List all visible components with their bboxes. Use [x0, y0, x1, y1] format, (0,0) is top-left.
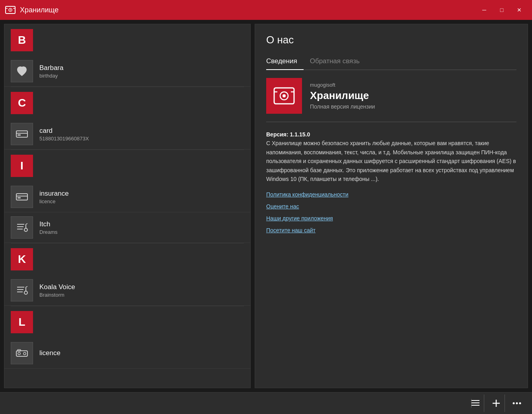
more-button[interactable]	[508, 395, 526, 412]
app-info-block: mugogisoft Хранилище Полная версия лицен…	[266, 78, 516, 122]
list-item-koala[interactable]: Koala Voice Brainstorm	[4, 275, 250, 306]
app-description: Версия: 1.1.15.0 С Хранилище можно безоп…	[266, 130, 516, 183]
letter-b-badge: B	[11, 29, 33, 51]
title-bar: Хранилище ─ □ ✕	[0, 0, 532, 20]
app-metadata: mugogisoft Хранилище Полная версия лицен…	[310, 78, 375, 114]
letter-i-badge: I	[11, 155, 33, 177]
minimize-button[interactable]: ─	[476, 4, 492, 16]
barbara-text: Barbara birthday	[39, 64, 63, 79]
card-icon	[11, 123, 33, 145]
list-view-button[interactable]	[467, 395, 484, 412]
svg-point-25	[23, 352, 26, 355]
add-button[interactable]	[487, 395, 505, 412]
app-logo	[266, 78, 302, 114]
add-icon	[492, 399, 501, 408]
list-item-barbara[interactable]: Barbara birthday	[4, 56, 250, 87]
insurance-title: insurance	[39, 190, 69, 198]
app-version: Версия: 1.1.15.0	[266, 131, 310, 138]
section-c: C	[4, 87, 250, 119]
maximize-button[interactable]: □	[494, 4, 510, 16]
licence-title: licence	[39, 349, 60, 357]
svg-point-20	[24, 291, 27, 294]
tabs-container: Сведения Обратная связь	[266, 54, 516, 70]
svg-rect-10	[18, 197, 21, 198]
list-item-insurance[interactable]: insurance licence	[4, 182, 250, 212]
svg-rect-5	[16, 131, 27, 137]
svg-point-38	[513, 402, 515, 404]
svg-rect-8	[16, 194, 27, 200]
app-icon	[5, 4, 16, 16]
section-k: K	[4, 243, 250, 275]
letter-k-badge: K	[11, 248, 33, 270]
svg-line-16	[26, 224, 27, 224]
app-name: Хранилище	[310, 89, 375, 102]
insurance-text: insurance licence	[39, 190, 69, 204]
koala-text: Koala Voice Brainstorm	[39, 283, 75, 298]
itch-text: Itch Dreams	[39, 220, 58, 235]
svg-rect-33	[472, 402, 479, 403]
koala-title: Koala Voice	[39, 283, 75, 291]
app-license: Полная версия лицензии	[310, 103, 375, 110]
section-b: B	[4, 24, 250, 56]
svg-point-14	[24, 228, 27, 231]
itch-subtitle: Dreams	[39, 229, 58, 235]
barbara-subtitle: birthday	[39, 73, 63, 79]
svg-point-40	[519, 402, 521, 404]
letter-l-badge: L	[11, 311, 33, 333]
tab-feedback[interactable]: Обратная связь	[304, 54, 366, 70]
items-list-panel: B Barbara birthday C	[4, 24, 251, 388]
app-title: Хранилище	[20, 6, 476, 14]
about-title: О нас	[266, 34, 516, 46]
app-description-text: С Хранилище можно безопасно хранить любы…	[266, 140, 516, 182]
more-icon	[513, 402, 521, 404]
list-item-card[interactable]: card 5188013019660873X	[4, 119, 250, 150]
barbara-icon	[11, 60, 33, 82]
section-l: L	[4, 306, 250, 338]
tab-details[interactable]: Сведения	[266, 54, 304, 70]
card-text: card 5188013019660873X	[39, 127, 89, 142]
card-title: card	[39, 127, 89, 135]
rate-us-link[interactable]: Оцените нас	[266, 203, 516, 210]
bottom-toolbar	[0, 392, 532, 414]
list-icon	[471, 399, 480, 408]
itch-title: Itch	[39, 220, 58, 228]
list-item-itch[interactable]: Itch Dreams	[4, 212, 250, 243]
app-publisher: mugogisoft	[310, 82, 375, 88]
letter-c-badge: C	[11, 92, 33, 114]
svg-point-29	[283, 94, 286, 97]
svg-point-39	[516, 402, 518, 404]
svg-rect-7	[18, 134, 21, 136]
insurance-icon	[11, 186, 33, 208]
main-content: B Barbara birthday C	[0, 20, 532, 392]
svg-point-2	[10, 10, 11, 11]
svg-rect-32	[472, 400, 479, 401]
svg-line-22	[26, 286, 27, 287]
card-subtitle: 5188013019660873X	[39, 136, 89, 142]
koala-icon	[11, 279, 33, 301]
about-panel: О нас Сведения Обратная связь	[255, 24, 528, 388]
svg-point-24	[18, 352, 20, 355]
licence-icon	[11, 342, 33, 364]
visit-site-link[interactable]: Посетите наш сайт	[266, 227, 516, 233]
section-i: I	[4, 150, 250, 182]
privacy-policy-link[interactable]: Политика конфиденциальности	[266, 191, 516, 198]
close-button[interactable]: ✕	[511, 4, 527, 16]
list-item-licence[interactable]: licence	[4, 338, 250, 369]
koala-subtitle: Brainstorm	[39, 292, 75, 298]
itch-icon	[11, 216, 33, 239]
window-controls: ─ □ ✕	[476, 4, 527, 16]
insurance-subtitle: licence	[39, 198, 69, 204]
barbara-title: Barbara	[39, 64, 63, 72]
licence-text: licence	[39, 349, 60, 357]
svg-rect-34	[472, 405, 479, 406]
other-apps-link[interactable]: Наши другие приложения	[266, 215, 516, 222]
